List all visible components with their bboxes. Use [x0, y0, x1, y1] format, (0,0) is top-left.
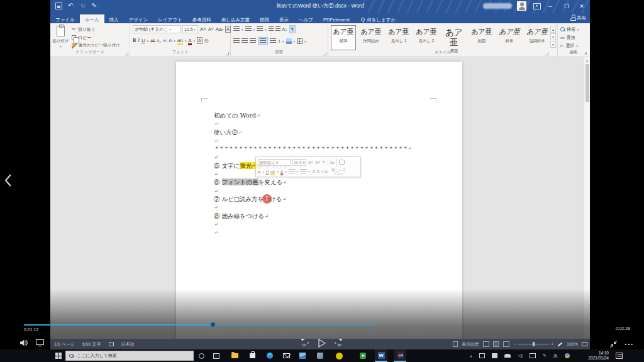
action-center-icon[interactable]: [616, 353, 623, 359]
tray-ime-indicator[interactable]: あ: [553, 353, 558, 359]
word-count[interactable]: 6/90 文字: [82, 341, 101, 348]
increase-indent-icon[interactable]: [275, 26, 280, 32]
app-blue-button[interactable]: [314, 349, 326, 362]
document-scrollbar[interactable]: ▲: [584, 57, 590, 337]
seek-handle[interactable]: [210, 322, 216, 327]
shading-icon[interactable]: [286, 38, 292, 44]
style-行間詰め[interactable]: あア亜行間詰め: [358, 25, 384, 50]
strikethrough-icon[interactable]: ab: [150, 38, 155, 43]
more-options-icon[interactable]: •••: [625, 341, 634, 347]
display-settings-button[interactable]: 表示設定: [462, 341, 479, 348]
find-button[interactable]: 検索▾: [560, 25, 579, 33]
mini-italic-icon[interactable]: I: [262, 170, 264, 174]
bold-icon[interactable]: B: [133, 38, 136, 43]
mini-numbering-icon[interactable]: [300, 169, 306, 175]
sort-icon[interactable]: A↓: [282, 27, 287, 31]
style-表題[interactable]: あア亜表題: [441, 25, 467, 50]
cortana-button[interactable]: [196, 349, 206, 362]
justify-icon[interactable]: [258, 37, 268, 45]
mini-bullets-icon[interactable]: [289, 169, 295, 175]
cut-button[interactable]: ✂切り取り: [72, 25, 96, 33]
align-left-icon[interactable]: [233, 38, 240, 44]
text-effects-icon[interactable]: A: [169, 38, 172, 43]
document-page[interactable]: 初めての Word↵↵使い方②↵↵＊＊＊＊＊＊＊＊＊＊＊＊＊＊＊＊＊＊＊＊＊＊＊…: [176, 62, 462, 349]
edge-button[interactable]: [264, 349, 275, 362]
paragraph-dialog-launcher[interactable]: [323, 52, 326, 55]
borders-icon[interactable]: [297, 38, 303, 44]
clipboard-dialog-launcher[interactable]: [125, 52, 128, 55]
tray-pen-icon[interactable]: ✎: [543, 353, 547, 358]
user-avatar[interactable]: [517, 1, 526, 11]
style-強調斜体[interactable]: あア亜強調斜体: [525, 25, 550, 50]
play-icon[interactable]: [318, 339, 326, 348]
italic-icon[interactable]: I: [138, 38, 140, 43]
mini-font-size-select[interactable]: 10.5 ▾: [292, 159, 306, 166]
bullets-icon[interactable]: [233, 26, 240, 32]
mini-format-painter-icon[interactable]: ✎: [322, 160, 325, 165]
volume-icon[interactable]: [20, 339, 28, 346]
minimize-button[interactable]: ─: [542, 0, 558, 13]
distribute-icon[interactable]: [270, 38, 276, 44]
styles-dialog-launcher[interactable]: [545, 52, 548, 55]
web-layout-icon[interactable]: [503, 341, 509, 347]
tray-onedrive-icon[interactable]: [504, 354, 511, 358]
page-indicator[interactable]: 1/1 ページ: [54, 341, 75, 348]
style-見出し 2[interactable]: あア亜見出し 2: [414, 25, 439, 50]
line-spacing-icon[interactable]: ↕: [278, 38, 280, 44]
copy-button[interactable]: コピー: [72, 33, 91, 41]
grow-font-icon[interactable]: A˄: [200, 26, 206, 32]
tray-color-icon[interactable]: [565, 353, 570, 358]
mini-font-color-icon[interactable]: A: [280, 170, 283, 174]
collapse-ribbon-icon[interactable]: ∧: [584, 51, 587, 56]
word-taskbar-button[interactable]: W: [375, 349, 387, 362]
character-border-icon[interactable]: A: [225, 26, 231, 33]
numbering-icon[interactable]: [245, 26, 252, 32]
tray-device-icon[interactable]: [479, 353, 485, 358]
font-size-select[interactable]: 10.5 ▾: [182, 25, 198, 33]
decrease-indent-icon[interactable]: [269, 26, 274, 32]
back-chevron-icon[interactable]: [3, 173, 14, 187]
zoom-level[interactable]: 100%: [567, 342, 578, 346]
shrink-icon[interactable]: [609, 340, 618, 348]
style-副題[interactable]: あア亜副題: [469, 25, 494, 50]
format-painter-button[interactable]: 書式のコピー/貼り付け: [72, 41, 119, 50]
rewind-10-icon[interactable]: 10: [299, 339, 309, 348]
recorder-taskbar-button[interactable]: [394, 349, 406, 362]
styles-scroll-down-icon[interactable]: ▼: [550, 33, 556, 40]
change-case-icon[interactable]: Aa▾: [216, 26, 223, 32]
file-explorer-button[interactable]: [229, 349, 240, 362]
app-yellow-button[interactable]: [333, 349, 345, 362]
highlight-color-icon[interactable]: ab: [177, 38, 183, 43]
close-button[interactable]: ✕: [574, 0, 590, 13]
scrollbar-thumb[interactable]: [586, 64, 589, 102]
style-標準[interactable]: あア亜標準: [331, 25, 356, 50]
font-dialog-launcher[interactable]: [226, 52, 229, 55]
enclose-characters-icon[interactable]: ㊚: [204, 38, 209, 44]
align-center-icon[interactable]: [242, 38, 248, 44]
tray-expand-icon[interactable]: ∧: [470, 354, 472, 358]
underline-icon[interactable]: U: [142, 38, 145, 43]
video-frame[interactable]: ↶▾ ↻ ✎▾ ▾ 初めてのWord 使い方②.docx - Word ─ ❐ …: [50, 0, 590, 349]
forward-30-icon[interactable]: 30: [335, 339, 344, 348]
shrink-font-icon[interactable]: A˅: [208, 27, 214, 31]
mini-highlight-icon[interactable]: ab: [270, 170, 275, 174]
annotation-pencil-icon[interactable]: [558, 342, 563, 346]
mini-grow-font-icon[interactable]: A˄: [308, 160, 313, 165]
display-icon[interactable]: [36, 339, 44, 346]
font-name-select[interactable]: 游明朝 (本文のこ ▾: [133, 25, 180, 33]
tell-me-box[interactable]: 何をしますか: [361, 17, 396, 23]
mini-text-effects-icon[interactable]: A▾: [330, 160, 335, 165]
mini-underline-icon[interactable]: U: [266, 170, 269, 174]
app-green-button[interactable]: [357, 349, 369, 362]
mail-button[interactable]: [280, 349, 292, 362]
styles-gallery-scroll[interactable]: ▲ ▼ ▼: [550, 26, 556, 48]
start-button[interactable]: [53, 349, 64, 362]
mini-font-name-select[interactable]: 游明朝 (ː ▾: [258, 159, 291, 166]
task-view-button[interactable]: [211, 349, 221, 362]
mini-bold-icon[interactable]: B: [258, 170, 260, 174]
tray-display-icon[interactable]: [530, 353, 536, 358]
taskbar-search-input[interactable]: ここに入力して検索: [65, 351, 194, 361]
mini-comment-icon[interactable]: [339, 160, 345, 165]
tray-explorer-icon[interactable]: [492, 353, 497, 358]
language-indicator[interactable]: 日本語: [121, 341, 135, 348]
